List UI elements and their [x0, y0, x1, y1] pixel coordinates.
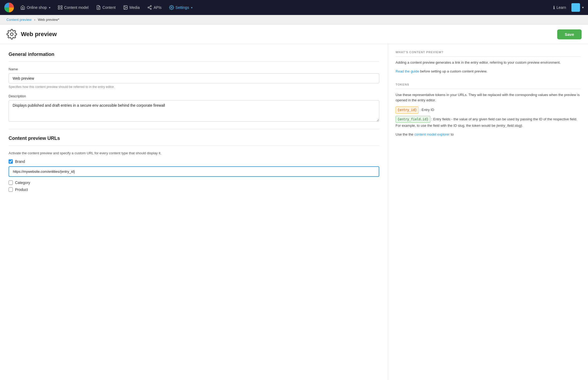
svg-point-8 [150, 6, 151, 7]
svg-point-7 [124, 6, 125, 7]
svg-rect-0 [58, 6, 59, 7]
brand-checkbox[interactable] [9, 159, 13, 164]
svg-rect-3 [61, 8, 62, 9]
general-information-section: General information Name Specifies how t… [9, 52, 379, 122]
app-logo[interactable] [4, 3, 14, 12]
tokens-section-title: TOKENS [396, 83, 581, 89]
avatar-chevron-icon[interactable]: ▾ [582, 6, 584, 9]
svg-line-12 [149, 6, 150, 7]
info-icon: ℹ [553, 5, 555, 10]
topnav-right: ℹ Learn ▾ [550, 3, 584, 12]
nav-learn[interactable]: ℹ Learn [550, 3, 569, 12]
nav-online-shop[interactable]: Online shop ▾ [17, 3, 54, 11]
name-label: Name [9, 67, 379, 71]
content-model-explorer-link[interactable]: content model explorer [414, 132, 450, 136]
user-avatar[interactable] [571, 3, 580, 12]
page-header-left: Web preview [6, 29, 57, 40]
page-title: Web preview [21, 31, 57, 38]
settings-chevron-icon: ▾ [191, 6, 192, 9]
svg-rect-2 [58, 8, 59, 9]
tokens-desc: Use these representative tokens in your … [396, 92, 581, 103]
description-textarea[interactable]: Displays published and draft entries in … [9, 100, 379, 122]
breadcrumb: Content preview › Web preview* [0, 15, 588, 25]
preview-urls-title: Content preview URLs [9, 136, 379, 146]
tokens-section: TOKENS Use these representative tokens i… [396, 83, 581, 137]
breadcrumb-parent[interactable]: Content preview [6, 18, 32, 22]
preview-urls-section: Content preview URLs Activate the conten… [9, 136, 379, 192]
token1-label: : Entry ID [420, 108, 434, 112]
svg-rect-1 [61, 6, 62, 7]
svg-line-11 [149, 8, 150, 9]
read-guide-link[interactable]: Read the guide [396, 69, 419, 73]
what-is-content-preview-section: WHAT'S CONTENT PREVIEW? Adding a content… [396, 51, 581, 74]
general-section-title: General information [9, 52, 379, 62]
token1-row: {entry_id} : Entry ID [396, 106, 581, 113]
save-button[interactable]: Save [557, 29, 582, 39]
svg-point-14 [10, 33, 13, 36]
description-field-group: Description Displays published and draft… [9, 94, 379, 122]
chevron-down-icon: ▾ [49, 6, 50, 9]
preview-urls-desc: Activate the content preview and specify… [9, 151, 379, 155]
svg-point-10 [150, 8, 151, 10]
top-navigation: Online shop ▾ Content model Content Medi… [0, 0, 588, 15]
svg-point-9 [148, 7, 149, 8]
category-checkbox-row: Category [9, 181, 379, 185]
settings-icon [6, 29, 17, 40]
nav-media[interactable]: Media [120, 3, 143, 11]
breadcrumb-separator: › [34, 18, 35, 22]
product-label[interactable]: Product [15, 187, 28, 192]
category-checkbox[interactable] [9, 181, 13, 185]
content-area: General information Name Specifies how t… [0, 44, 388, 380]
use-label: Use the [396, 132, 408, 136]
nav-content[interactable]: Content [93, 3, 119, 11]
category-label[interactable]: Category [15, 181, 30, 185]
name-input[interactable] [9, 73, 379, 83]
what-desc1: Adding a content preview generates a lin… [396, 60, 581, 66]
page-header: Web preview Save [0, 25, 588, 44]
sidebar: WHAT'S CONTENT PREVIEW? Adding a content… [388, 44, 588, 380]
what-desc2-text: before setting up a custom content previ… [420, 69, 487, 73]
name-field-group: Name Specifies how this content preview … [9, 67, 379, 89]
description-label: Description [9, 94, 379, 98]
product-checkbox-row: Product [9, 187, 379, 192]
name-hint: Specifies how this content preview shoul… [9, 85, 379, 89]
token1-badge: {entry_id} [396, 106, 419, 113]
nav-content-model[interactable]: Content model [55, 3, 92, 11]
main-layout: General information Name Specifies how t… [0, 44, 588, 380]
use-explorer-text: Use the the content model explorer to [396, 132, 581, 137]
svg-point-13 [171, 7, 172, 8]
nav-settings[interactable]: Settings ▾ [166, 3, 196, 11]
product-checkbox[interactable] [9, 187, 13, 192]
breadcrumb-current: Web preview* [38, 18, 59, 22]
what-desc2: Read the guide before setting up a custo… [396, 69, 581, 74]
token2-row: {entry_field.id} : Entry fields - the va… [396, 116, 581, 129]
what-section-title: WHAT'S CONTENT PREVIEW? [396, 51, 581, 57]
token2-italic: {entry_field.slug}. [496, 124, 523, 128]
section-divider [9, 129, 379, 129]
token2-badge: {entry_field.id} [396, 116, 430, 123]
brand-checkbox-row: Brand [9, 159, 379, 164]
brand-url-input[interactable] [9, 166, 379, 177]
brand-label[interactable]: Brand [15, 159, 25, 164]
nav-apis[interactable]: APIs [144, 3, 165, 11]
